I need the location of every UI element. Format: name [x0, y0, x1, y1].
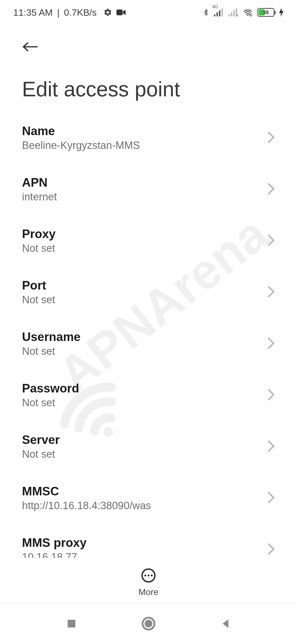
status-data-rate: 0.7KB/s [64, 7, 97, 18]
signal-sim2-icon: ✕ [228, 8, 238, 17]
setting-label: Name [22, 124, 140, 138]
back-button[interactable] [19, 36, 41, 58]
chevron-right-icon [267, 337, 275, 350]
setting-label: Port [22, 279, 55, 292]
nav-recents-button[interactable] [61, 613, 82, 635]
setting-row-proxy[interactable]: Proxy Not set [0, 215, 297, 266]
setting-value: Not set [22, 448, 60, 460]
svg-rect-3 [216, 12, 218, 16]
chevron-right-icon [267, 234, 275, 247]
chevron-right-icon [267, 440, 275, 453]
status-bar: 11:35 AM | 0.7KB/s 4G ✕ 38 [0, 0, 297, 25]
setting-value: Not set [22, 294, 55, 306]
more-label: More [139, 587, 159, 597]
setting-label: APN [22, 176, 57, 189]
wifi-icon [243, 8, 253, 17]
setting-label: Proxy [22, 227, 56, 241]
chevron-right-icon [267, 286, 275, 299]
signal-4g-icon: 4G [214, 8, 224, 17]
more-icon [141, 568, 156, 584]
svg-rect-4 [219, 10, 220, 17]
circle-icon [141, 616, 156, 631]
status-separator: | [57, 7, 60, 18]
setting-value: http://10.16.18.4:38090/was [22, 500, 151, 512]
setting-label: Server [22, 433, 60, 447]
gear-icon [103, 8, 112, 17]
battery-icon: 38 [257, 8, 274, 17]
settings-list: Name Beeline-Kyrgyzstan-MMS APN internet… [0, 112, 297, 558]
status-right: 4G ✕ 38 [202, 7, 284, 17]
square-icon [66, 618, 77, 629]
setting-value: Not set [22, 242, 56, 254]
setting-row-username[interactable]: Username Not set [0, 318, 297, 369]
svg-rect-5 [221, 9, 223, 17]
setting-row-port[interactable]: Port Not set [0, 266, 297, 318]
svg-rect-1 [116, 10, 123, 15]
svg-point-16 [144, 575, 146, 577]
svg-point-18 [151, 575, 153, 577]
setting-row-name[interactable]: Name Beeline-Kyrgyzstan-MMS [0, 112, 297, 163]
page-title: Edit access point [0, 61, 297, 112]
setting-row-apn[interactable]: APN internet [0, 163, 297, 215]
setting-label: Password [22, 381, 79, 395]
camera-icon [116, 9, 126, 16]
triangle-left-icon [220, 618, 231, 629]
setting-value: 10.16.18.77 [22, 551, 87, 558]
svg-text:✕: ✕ [235, 13, 238, 17]
bottom-action-bar: More [0, 562, 297, 597]
setting-label: MMSC [22, 484, 151, 498]
app-bar [0, 25, 297, 61]
setting-row-server[interactable]: Server Not set [0, 421, 297, 472]
charging-icon [279, 8, 284, 17]
setting-value: internet [22, 191, 57, 203]
nav-back-button[interactable] [215, 613, 237, 635]
svg-rect-7 [231, 12, 232, 16]
setting-label: MMS proxy [22, 536, 87, 550]
svg-point-21 [145, 620, 152, 627]
svg-rect-8 [233, 10, 235, 17]
svg-point-12 [247, 15, 248, 16]
chevron-right-icon [267, 543, 275, 556]
setting-value: Beeline-Kyrgyzstan-MMS [22, 140, 140, 151]
chevron-right-icon [267, 492, 275, 505]
setting-row-password[interactable]: Password Not set [0, 369, 297, 421]
setting-label: Username [22, 330, 81, 344]
status-left: 11:35 AM | 0.7KB/s [13, 7, 126, 18]
chevron-right-icon [267, 389, 275, 402]
bluetooth-icon [202, 7, 210, 17]
setting-value: Not set [22, 345, 81, 357]
arrow-left-icon [22, 41, 39, 53]
more-button[interactable]: More [139, 568, 159, 597]
svg-rect-6 [228, 14, 230, 16]
battery-percent: 38 [258, 10, 274, 15]
svg-rect-19 [68, 620, 75, 627]
chevron-right-icon [267, 131, 275, 144]
status-time: 11:35 AM [13, 7, 53, 18]
setting-value: Not set [22, 397, 79, 409]
nav-home-button[interactable] [138, 613, 160, 635]
svg-rect-2 [214, 14, 215, 16]
svg-point-17 [148, 575, 150, 577]
navigation-bar [0, 603, 297, 644]
chevron-right-icon [267, 183, 275, 196]
setting-row-mms-proxy[interactable]: MMS proxy 10.16.18.77 [0, 524, 297, 558]
setting-row-mmsc[interactable]: MMSC http://10.16.18.4:38090/was [0, 472, 297, 524]
